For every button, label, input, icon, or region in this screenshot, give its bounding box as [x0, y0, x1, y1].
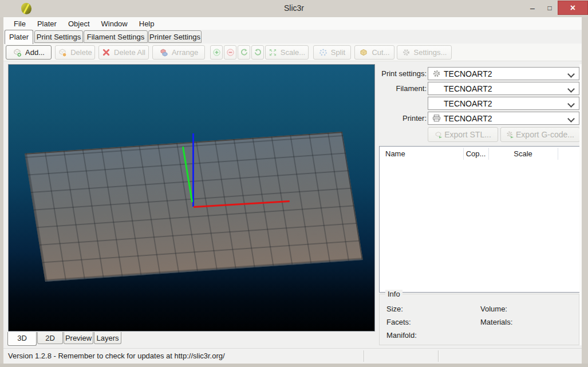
printer-icon	[432, 114, 441, 123]
tab-printer-settings[interactable]: Printer Settings	[148, 30, 202, 43]
decrease-copies-button[interactable]	[224, 45, 236, 60]
view-tab-3d[interactable]: 3D	[7, 332, 37, 346]
export-stl-button[interactable]: Export STL...	[428, 127, 498, 142]
maximize-button[interactable]: □	[542, 1, 558, 15]
column-scale: Scale	[488, 147, 558, 161]
info-volume-label: Volume:	[480, 305, 507, 313]
view-tab-2d[interactable]: 2D	[37, 332, 63, 344]
add-button[interactable]: Add...	[6, 45, 52, 60]
cube-remove-icon	[58, 48, 67, 57]
export-stl-label: Export STL...	[444, 130, 491, 139]
blank-icon	[432, 99, 441, 108]
delete-all-button[interactable]: Delete All	[98, 45, 149, 60]
info-manifold-label: Manifold:	[386, 331, 417, 340]
minus-circle-icon	[226, 48, 235, 57]
chevron-down-icon	[567, 70, 575, 78]
delete-button[interactable]: Delete	[55, 45, 95, 60]
status-divider	[438, 350, 439, 362]
red-x-icon	[102, 48, 111, 57]
object-settings-button[interactable]: Settings...	[397, 45, 452, 60]
blank-icon	[432, 84, 441, 93]
window-frame-bottom	[0, 364, 588, 367]
filament-combo-1[interactable]: TECNOART2	[428, 82, 579, 95]
export-gcode-icon	[506, 131, 515, 139]
export-stl-icon	[435, 131, 443, 139]
arrange-label: Arrange	[172, 48, 198, 57]
delete-all-label: Delete All	[114, 48, 145, 57]
cut-cube-icon	[359, 48, 368, 57]
rotate-cw-button[interactable]	[251, 45, 264, 60]
info-facets-label: Facets:	[386, 318, 411, 326]
gear-icon	[432, 69, 441, 78]
split-dots-icon	[319, 48, 327, 57]
split-button[interactable]: Split	[313, 45, 351, 60]
chevron-down-icon	[567, 115, 575, 123]
title-bar: Slic3r – □ ×	[0, 0, 588, 17]
menu-file[interactable]: File	[8, 18, 31, 29]
print-settings-value: TECNOART2	[444, 69, 492, 78]
status-bar: Version 1.2.8 - Remember to check for up…	[3, 348, 582, 364]
status-text: Version 1.2.8 - Remember to check for up…	[8, 349, 225, 364]
close-button[interactable]: ×	[558, 1, 588, 15]
tab-plater[interactable]: Plater	[5, 30, 33, 44]
view-tab-preview[interactable]: Preview	[64, 332, 93, 344]
menu-object[interactable]: Object	[62, 18, 96, 29]
rotate-ccw-button[interactable]	[238, 45, 250, 60]
info-panel: Info Size: Volume: Facets: Materials: Ma…	[379, 294, 579, 345]
gear-icon	[402, 48, 411, 57]
settings-label: Settings...	[414, 48, 447, 57]
cut-button[interactable]: Cut...	[354, 45, 394, 60]
status-divider	[364, 350, 364, 362]
column-name: Name	[385, 147, 405, 161]
menu-help[interactable]: Help	[133, 18, 160, 29]
scale-arrows-icon	[269, 48, 277, 57]
export-gcode-label: Export G-code...	[516, 130, 574, 139]
rotate-ccw-icon	[240, 48, 248, 57]
chevron-down-icon	[567, 85, 575, 93]
rotate-cw-icon	[254, 48, 262, 57]
scale-button[interactable]: Scale...	[265, 45, 309, 60]
tab-print-settings[interactable]: Print Settings	[34, 30, 83, 43]
minimize-button[interactable]: –	[524, 1, 540, 15]
increase-copies-button[interactable]	[210, 45, 223, 60]
export-gcode-button[interactable]: Export G-code...	[500, 127, 580, 142]
filament-label: Filament:	[379, 82, 427, 95]
add-label: Add...	[25, 48, 45, 57]
3d-viewport-canvas[interactable]	[8, 64, 375, 332]
menu-window[interactable]: Window	[96, 18, 133, 29]
window-frame-right	[582, 17, 588, 364]
column-copies: Cop...	[463, 147, 488, 161]
menu-plater[interactable]: Plater	[31, 18, 62, 29]
z-axis-line	[192, 133, 194, 207]
view-tab-layers[interactable]: Layers	[94, 332, 121, 344]
arrange-button[interactable]: Arrange	[152, 45, 205, 60]
object-list[interactable]: Name Cop... Scale	[379, 146, 580, 293]
chevron-down-icon	[567, 100, 575, 108]
printer-label: Printer:	[379, 112, 427, 125]
panel-edge-strip	[579, 64, 582, 345]
cut-label: Cut...	[372, 48, 389, 57]
plus-circle-icon	[212, 48, 221, 57]
menu-bar: File Plater Object Window Help	[3, 17, 582, 30]
split-label: Split	[331, 48, 345, 57]
filament-combo-2[interactable]: TECNOART2	[428, 97, 579, 110]
column-divider[interactable]	[558, 148, 558, 160]
slic3r-window: Slic3r – □ × File Plater Object Window H…	[0, 0, 588, 367]
info-materials-label: Materials:	[480, 318, 512, 326]
tab-filament-settings[interactable]: Filament Settings	[84, 30, 148, 43]
printer-combo[interactable]: TECNOART2	[428, 112, 579, 125]
print-settings-combo[interactable]: TECNOART2	[428, 67, 579, 80]
filament-value-1: TECNOART2	[444, 84, 492, 93]
info-size-label: Size:	[386, 305, 403, 313]
window-title: Slic3r	[0, 3, 588, 13]
scale-label: Scale...	[281, 48, 305, 57]
filament-value-2: TECNOART2	[444, 99, 492, 108]
printer-value: TECNOART2	[444, 114, 492, 123]
object-list-header: Name Cop... Scale	[380, 147, 579, 161]
cube-add-icon	[13, 48, 22, 57]
arrange-cubes-icon	[159, 48, 168, 57]
print-settings-label: Print settings:	[379, 67, 427, 80]
info-legend: Info	[385, 290, 402, 298]
delete-label: Delete	[70, 48, 92, 57]
